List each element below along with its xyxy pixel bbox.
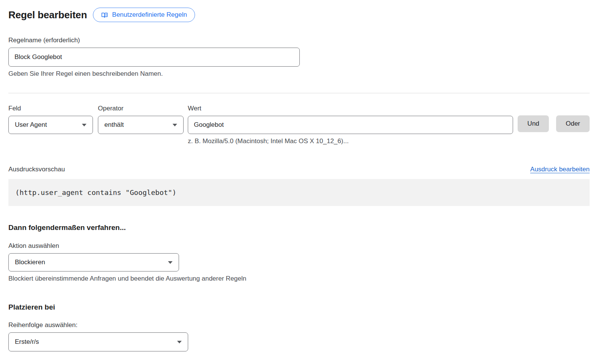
placement-order-select[interactable]: Erste/r/s (8, 332, 188, 351)
value-column: Wert z. B. Mozilla/5.0 (Macintosh; Intel… (188, 105, 513, 145)
value-label: Wert (188, 105, 513, 112)
and-button-column: Und (518, 105, 549, 132)
action-heading: Dann folgendermaßen verfahren... (8, 224, 590, 232)
custom-rules-docs-button[interactable]: Benutzerdefinierte Regeln (93, 8, 195, 22)
field-select[interactable]: User Agent (8, 116, 93, 134)
chevron-down-icon (173, 124, 177, 126)
action-select-value: Blockieren (15, 259, 45, 266)
field-select-value: User Agent (15, 121, 47, 129)
rule-editor-page: Regel bearbeiten Benutzerdefinierte Rege… (0, 0, 598, 364)
placement-heading: Platzieren bei (8, 303, 590, 311)
action-section: Dann folgendermaßen verfahren... Aktion … (8, 224, 590, 283)
operator-select[interactable]: enthält (98, 116, 184, 134)
rule-name-input[interactable] (8, 48, 300, 67)
field-column: Feld User Agent (8, 105, 93, 134)
rule-name-label: Regelname (erforderlich) (8, 37, 590, 44)
edit-expression-link[interactable]: Ausdruck bearbeiten (530, 166, 590, 173)
placement-order-value: Erste/r/s (15, 338, 39, 346)
action-help: Blockiert übereinstimmende Anfragen und … (8, 275, 590, 283)
placement-section: Platzieren bei Reihenfolge auswählen: Er… (8, 303, 590, 351)
chevron-down-icon (168, 261, 173, 264)
operator-label: Operator (98, 105, 184, 112)
chevron-down-icon (177, 341, 182, 343)
book-icon (101, 11, 108, 19)
expression-section: Ausdrucksvorschau Ausdruck bearbeiten (h… (8, 166, 590, 206)
page-header: Regel bearbeiten Benutzerdefinierte Rege… (8, 8, 590, 22)
expression-code-block: (http.user_agent contains "Googlebot") (8, 179, 590, 206)
operator-column: Operator enthält (98, 105, 184, 134)
value-help: z. B. Mozilla/5.0 (Macintosh; Intel Mac … (188, 137, 513, 145)
placement-order-label: Reihenfolge auswählen: (8, 321, 590, 329)
chevron-down-icon (82, 124, 86, 126)
operator-select-value: enthält (104, 121, 124, 129)
condition-row: Feld User Agent Operator enthält Wert z.… (8, 105, 590, 145)
value-input[interactable] (188, 116, 513, 134)
action-select-label: Aktion auswählen (8, 242, 590, 250)
page-title: Regel bearbeiten (8, 9, 87, 21)
docs-badge-label: Benutzerdefinierte Regeln (112, 11, 187, 19)
field-label: Feld (8, 105, 93, 112)
rule-name-section: Regelname (erforderlich) Geben Sie Ihrer… (8, 37, 590, 78)
or-button[interactable]: Oder (556, 115, 590, 132)
and-button[interactable]: Und (518, 115, 549, 132)
section-divider (8, 93, 590, 93)
or-button-column: Oder (556, 105, 590, 132)
expression-preview-label: Ausdrucksvorschau (8, 166, 65, 173)
rule-name-help: Geben Sie Ihrer Regel einen beschreibend… (8, 70, 590, 78)
action-select[interactable]: Blockieren (8, 253, 179, 271)
